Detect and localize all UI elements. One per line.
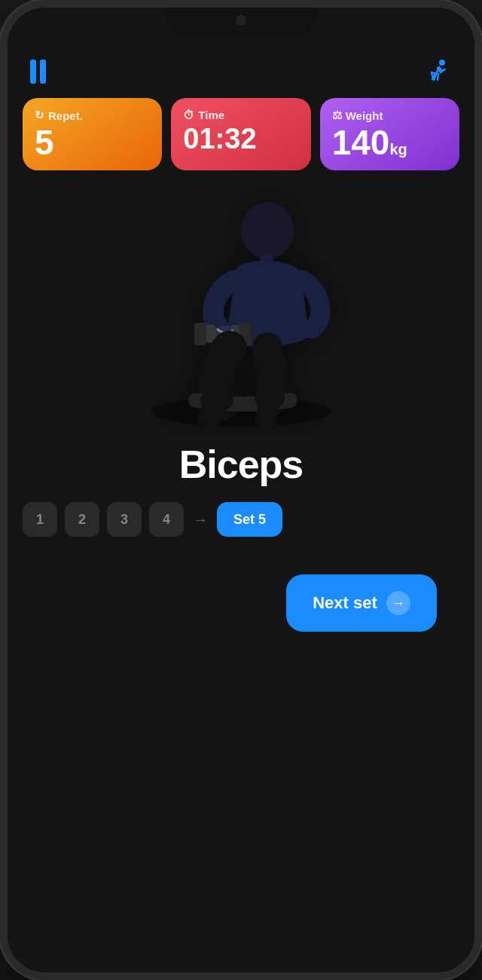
- screen: ↻ Repet. 5 ⏱ Time 01:32 ⚖ Weight: [8, 8, 474, 972]
- svg-rect-5: [194, 323, 206, 345]
- exercise-name: Biceps: [8, 442, 474, 487]
- repeat-icon: ↻: [35, 109, 44, 122]
- repet-label: ↻ Repet.: [35, 109, 83, 122]
- next-set-arrow-icon: →: [386, 591, 410, 615]
- repet-value: 5: [35, 125, 54, 160]
- svg-point-0: [439, 60, 445, 66]
- set-active[interactable]: Set 5: [217, 502, 282, 537]
- set-dot-2[interactable]: 2: [65, 502, 99, 537]
- time-card[interactable]: ⏱ Time 01:32: [171, 98, 310, 170]
- weight-icon: ⚖: [332, 109, 342, 122]
- btn-row: Next set →: [8, 574, 474, 669]
- stats-row: ↻ Repet. 5 ⏱ Time 01:32 ⚖ Weight: [8, 98, 474, 170]
- set-arrow: →: [193, 511, 208, 528]
- set-dot-1[interactable]: 1: [23, 502, 57, 537]
- status-bar: [8, 8, 474, 49]
- exercise-figure: [128, 185, 354, 427]
- set-dot-4[interactable]: 4: [149, 502, 184, 537]
- next-set-button[interactable]: Next set →: [286, 574, 437, 632]
- exercise-image-container: [8, 178, 474, 434]
- weight-label: ⚖ Weight: [332, 109, 383, 122]
- phone-frame: ↻ Repet. 5 ⏱ Time 01:32 ⚖ Weight: [0, 0, 482, 980]
- weight-value: 140kg: [332, 125, 407, 160]
- next-set-label: Next set: [313, 593, 377, 613]
- camera-notch: [236, 15, 246, 26]
- pause-button[interactable]: [30, 60, 46, 84]
- pause-bar-left: [30, 60, 36, 84]
- set-dot-3[interactable]: 3: [107, 502, 142, 537]
- time-label: ⏱ Time: [183, 109, 224, 121]
- sets-row: 1 2 3 4 → Set 5: [8, 502, 474, 537]
- activity-icon[interactable]: [422, 57, 452, 87]
- weight-card[interactable]: ⚖ Weight 140kg: [320, 98, 459, 170]
- time-value: 01:32: [183, 124, 256, 153]
- clock-icon: ⏱: [183, 109, 194, 121]
- pause-bar-right: [40, 60, 46, 84]
- svg-point-2: [241, 202, 294, 259]
- top-nav: [8, 49, 474, 98]
- repet-card[interactable]: ↻ Repet. 5: [23, 98, 162, 170]
